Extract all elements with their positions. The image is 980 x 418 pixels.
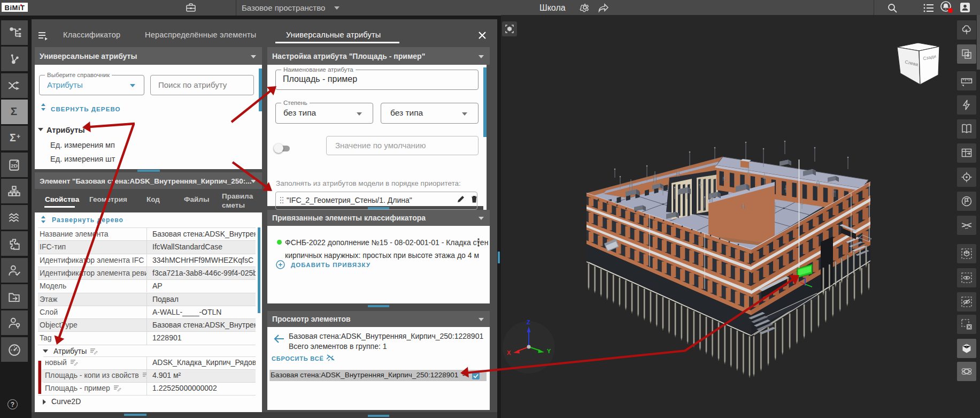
svg-text:2D: 2D <box>11 162 17 168</box>
svg-text:+: + <box>17 133 20 140</box>
svg-text:Σ: Σ <box>10 132 16 143</box>
svg-text:Σ: Σ <box>11 105 17 117</box>
